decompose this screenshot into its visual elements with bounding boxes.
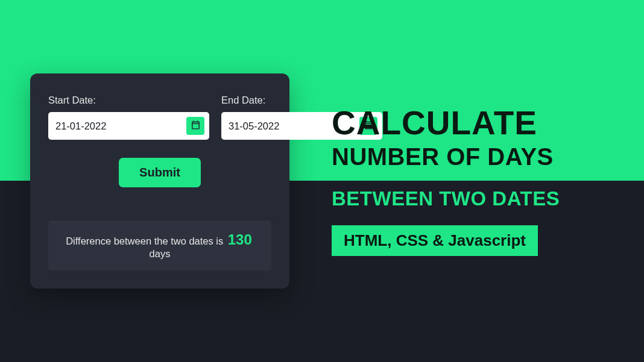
headline-panel: CALCULATE NUMBER OF DAYS BETWEEN TWO DAT… <box>295 0 644 362</box>
result-number: 130 <box>228 231 252 248</box>
headline-line-3: BETWEEN TWO DATES <box>332 187 620 210</box>
start-date-input-wrapper[interactable] <box>48 112 209 140</box>
result-prefix: Difference between the two dates is <box>66 236 223 246</box>
headline-line-1: CALCULATE <box>332 107 620 140</box>
start-date-calendar-button[interactable] <box>186 117 204 135</box>
result-box: Difference between the two dates is 130 … <box>48 220 271 270</box>
start-date-label: Start Date: <box>48 95 209 106</box>
headline-line-2: NUMBER OF DAYS <box>332 143 620 170</box>
date-calculator-card: Start Date: End Date: <box>30 73 289 289</box>
submit-button[interactable]: Submit <box>119 158 201 187</box>
start-date-input[interactable] <box>55 120 183 132</box>
start-date-field: Start Date: <box>48 95 209 140</box>
tech-badge: HTML, CSS & Javascript <box>332 225 538 256</box>
result-suffix: days <box>150 248 171 259</box>
calendar-icon <box>191 120 201 133</box>
